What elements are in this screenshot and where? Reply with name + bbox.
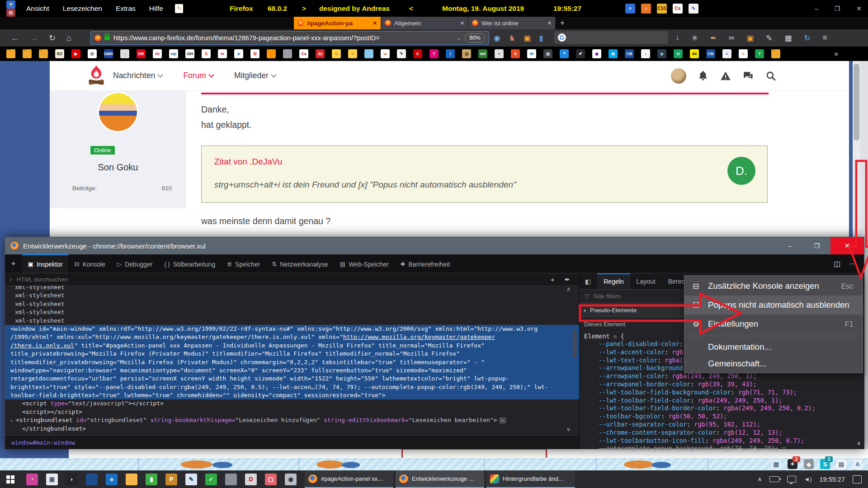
- markup-line[interactable]: /there.is.only.xul" title="#pageAction-p…: [5, 342, 579, 350]
- tray-expand-icon[interactable]: ∧: [758, 476, 762, 483]
- reload-button[interactable]: ↻: [49, 33, 56, 43]
- bookmark-icon[interactable]: w3: [478, 49, 487, 58]
- bookmarks-overflow-chevron[interactable]: »: [834, 50, 838, 58]
- toolbar-action-icon[interactable]: ↻: [804, 33, 811, 43]
- bookmark-icon[interactable]: i: [446, 49, 455, 58]
- devtools-panel-tab[interactable]: ≣ Speicher: [221, 254, 266, 273]
- quoted-user-avatar[interactable]: D.: [727, 157, 755, 185]
- bookmark-icon[interactable]: BZ: [55, 49, 64, 58]
- maximize-button[interactable]: ❐: [803, 242, 830, 249]
- bookmark-icon[interactable]: [23, 49, 32, 58]
- bookmark-icon[interactable]: CB: [706, 49, 715, 58]
- close-button[interactable]: ✕: [830, 237, 864, 254]
- toolbar-action-icon[interactable]: ∞: [729, 33, 734, 43]
- extension-icon[interactable]: ▤: [836, 459, 846, 469]
- pinned-app-icon[interactable]: ▢: [265, 474, 277, 485]
- toolbar-action-icon[interactable]: ▣: [746, 33, 754, 43]
- forum-nav-item[interactable]: Nachrichten: [113, 71, 162, 80]
- url-text[interactable]: https://www.camp-firefox.de/forum/thema/…: [113, 34, 453, 42]
- markup-line[interactable]: xml-stylesheet: [5, 317, 579, 325]
- markup-line[interactable]: /1999/xhtml" xmlns:xul="http://www.mozil…: [5, 333, 579, 341]
- pinned-app-icon[interactable]: ✓: [205, 474, 217, 485]
- css-property-row[interactable]: --lwt-toolbar-field-background-color: rg…: [580, 389, 864, 397]
- collapse-sidebar-icon[interactable]: ◧: [585, 278, 591, 285]
- context-menu-item[interactable]: ⊟ Zusätzliche Konsole anzeigen Esc: [684, 277, 863, 296]
- tab-close-icon[interactable]: ✕: [547, 20, 552, 26]
- pinned-app-icon[interactable]: [126, 474, 137, 485]
- pinned-app-icon[interactable]: [86, 474, 98, 485]
- titlebar-app-icon[interactable]: ★: [6, 0, 15, 9]
- meatball-menu-icon[interactable]: ⋯: [849, 259, 857, 268]
- markup-line[interactable]: xml-stylesheet: [5, 300, 579, 308]
- browser-tab[interactable]: Allgemein ✕: [381, 17, 468, 29]
- minimize-button[interactable]: –: [776, 242, 803, 249]
- css-property-row[interactable]: --urlbar-separator-color: rgb(95, 102, 1…: [580, 421, 864, 429]
- markup-line[interactable]: brighttext="true" style="--panel-disable…: [5, 383, 579, 391]
- css-property-row[interactable]: --autocomplete-popup-background: rgb(74,…: [580, 445, 864, 453]
- https-lock-icon[interactable]: [104, 36, 110, 40]
- menu-item[interactable]: Hilfe: [149, 5, 163, 13]
- bookmark-icon[interactable]: C: [413, 49, 422, 58]
- pinned-app-icon[interactable]: P: [165, 474, 177, 485]
- bookmark-icon[interactable]: ☺: [348, 49, 357, 58]
- user-avatar[interactable]: [671, 68, 686, 84]
- pinned-app-icon[interactable]: ▮: [146, 474, 157, 485]
- bookmark-icon[interactable]: 32: [316, 49, 325, 58]
- bookmark-icon[interactable]: ▶: [71, 49, 80, 58]
- bookmark-icon[interactable]: w: [381, 49, 390, 58]
- selector-highlighter-icon[interactable]: ⊙: [613, 333, 617, 340]
- devtools-panel-tab[interactable]: ⇅ Netzwerkanalyse: [266, 254, 334, 273]
- extension-icon[interactable]: A: [853, 459, 863, 469]
- urlbar-dropdown-icon[interactable]: ⌄: [457, 35, 461, 41]
- markup-line[interactable]: </stringbundleset>: [5, 425, 579, 433]
- markup-line[interactable]: windowtype="navigator:browser" macanimat…: [5, 366, 579, 375]
- markup-line[interactable]: <script></script>: [5, 408, 579, 416]
- devtools-panel-tab[interactable]: { } Stilbearbeitung: [158, 254, 221, 273]
- pinned-app-icon[interactable]: ✎: [185, 474, 197, 485]
- bookmark-icon[interactable]: ⊞: [250, 49, 259, 58]
- pinned-app-icon[interactable]: D: [245, 474, 257, 485]
- css-property-row[interactable]: --lwt-toolbar-field-color: rgba(249, 249…: [580, 397, 864, 405]
- scroll-down-arrow[interactable]: ∨: [857, 440, 861, 446]
- toolbar-shortcut-icon[interactable]: ◉: [494, 33, 500, 43]
- bookmark-icon[interactable]: GH: [185, 49, 194, 58]
- bookmark-icon[interactable]: ▦: [543, 49, 552, 58]
- taskbar-window-button[interactable]: #pageAction-panel xx…: [305, 470, 393, 488]
- bookmark-icon[interactable]: ♪: [641, 49, 650, 58]
- minimize-button[interactable]: –: [815, 5, 818, 12]
- bookmark-icon[interactable]: T: [429, 49, 439, 58]
- devtools-panel-tab[interactable]: ▷ Debugger: [111, 254, 159, 273]
- devtools-panel-tab[interactable]: ✚ Barrierefreiheit: [395, 254, 456, 273]
- bookmark-icon[interactable]: @: [88, 49, 97, 58]
- markup-line[interactable]: xml-stylesheet: [5, 291, 579, 300]
- titlebar-app-icon[interactable]: ▦: [6, 9, 15, 17]
- dock-side-icon[interactable]: ◫: [834, 259, 840, 268]
- toolbar-shortcut-icon[interactable]: ▣: [524, 33, 531, 43]
- bookmark-icon[interactable]: [6, 49, 15, 58]
- menu-item[interactable]: Extras: [116, 5, 136, 13]
- toolbar-shortcut-icon[interactable]: ♞: [509, 33, 515, 43]
- menu-item[interactable]: Ansicht: [26, 5, 49, 13]
- extension-icon[interactable]: ◆: [804, 459, 814, 469]
- extension-icon[interactable]: ⌖ 2: [788, 459, 797, 469]
- pinned-app-icon[interactable]: ◗: [66, 474, 78, 485]
- markup-line[interactable]: <window id="main-window" xmlns:rdf="http…: [5, 325, 579, 333]
- toolbar-shortcut-icon[interactable]: ▮: [539, 33, 543, 43]
- notification-center-icon[interactable]: [853, 475, 862, 483]
- context-menu-item[interactable]: Gemeinschaft...: [684, 355, 863, 372]
- close-button[interactable]: ✕: [856, 5, 862, 12]
- bookmark-icon[interactable]: ∿: [739, 49, 748, 58]
- markup-line[interactable]: retargetdocumentfocus="urlbar" persist="…: [5, 375, 579, 383]
- eyedropper-icon[interactable]: ✒: [564, 276, 570, 284]
- chat-icon[interactable]: [742, 70, 754, 82]
- toolbar-action-icon[interactable]: ↓: [675, 33, 679, 43]
- bookmark-icon[interactable]: CB: [625, 49, 634, 58]
- warning-icon[interactable]: [720, 70, 731, 82]
- pinned-app-icon[interactable]: [225, 474, 237, 485]
- devtools-panel-tab[interactable]: ⊟ Konsole: [68, 254, 111, 273]
- browser-tab[interactable]: #pageAction-pa ✕: [294, 17, 381, 29]
- bookmark-icon[interactable]: [771, 49, 780, 58]
- tab-close-icon[interactable]: ✕: [460, 20, 464, 26]
- expand-arrow-icon[interactable]: ▸: [584, 308, 586, 313]
- campfire-logo[interactable]: [86, 65, 107, 88]
